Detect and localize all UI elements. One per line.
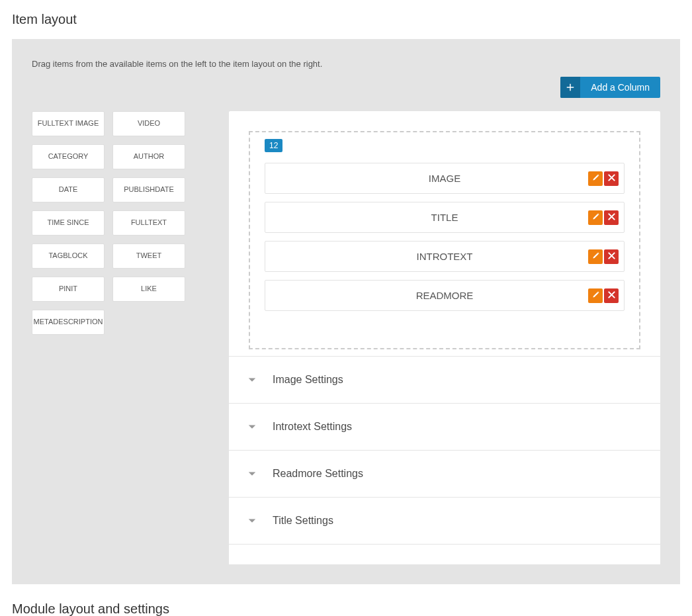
edit-button[interactable]: [588, 171, 603, 186]
placed-item-label: INTROTEXT: [417, 251, 473, 262]
placed-item[interactable]: IMAGE: [265, 163, 625, 194]
close-icon: [608, 290, 615, 300]
available-item[interactable]: TAGBLOCK: [32, 243, 105, 269]
plus-icon: [560, 77, 580, 98]
delete-button[interactable]: [604, 171, 619, 186]
available-item[interactable]: METADESCRIPTION: [32, 310, 105, 335]
accordion-title: Readmore Settings: [273, 468, 363, 480]
accordion-title: Title Settings: [273, 515, 333, 527]
edit-button[interactable]: [588, 210, 603, 225]
available-item[interactable]: TIME SINCE: [32, 210, 105, 236]
drop-zone[interactable]: 12 IMAGETITLEINTROTEXTREADMORE: [249, 131, 640, 349]
pencil-icon: [592, 212, 599, 222]
accordion-header[interactable]: Image Settings: [229, 357, 660, 404]
available-item[interactable]: VIDEO: [112, 111, 185, 136]
edit-button[interactable]: [588, 249, 603, 264]
edit-button[interactable]: [588, 288, 603, 303]
close-icon: [608, 212, 615, 222]
available-item[interactable]: FULLTEXT IMAGE: [32, 111, 105, 136]
available-item[interactable]: TWEET: [112, 243, 185, 269]
available-item[interactable]: CATEGORY: [32, 144, 105, 169]
pencil-icon: [592, 251, 599, 261]
close-icon: [608, 173, 615, 183]
available-item[interactable]: PINIT: [32, 277, 105, 302]
pencil-icon: [592, 290, 599, 300]
section-title: Item layout: [12, 12, 680, 27]
chevron-down-icon: [247, 375, 257, 384]
add-column-button[interactable]: Add a Column: [560, 77, 660, 98]
next-section-title: Module layout and settings: [12, 601, 680, 616]
available-item[interactable]: AUTHOR: [112, 144, 185, 169]
panel-description: Drag items from the available items on t…: [32, 59, 660, 69]
chevron-down-icon: [247, 516, 257, 525]
available-items-list: FULLTEXT IMAGEVIDEOCATEGORYAUTHORDATEPUB…: [32, 111, 210, 564]
add-column-label: Add a Column: [580, 77, 660, 98]
accordion-header[interactable]: Readmore Settings: [229, 451, 660, 498]
placed-item-label: TITLE: [431, 212, 458, 223]
close-icon: [608, 251, 615, 261]
available-item[interactable]: DATE: [32, 177, 105, 202]
placed-item-label: IMAGE: [429, 173, 460, 184]
placed-item-label: READMORE: [416, 290, 474, 301]
layout-editor: 12 IMAGETITLEINTROTEXTREADMORE Image Set…: [229, 111, 660, 564]
chevron-down-icon: [247, 422, 257, 431]
available-item[interactable]: LIKE: [112, 277, 185, 302]
item-layout-panel: Drag items from the available items on t…: [12, 39, 680, 584]
accordion-header[interactable]: Title Settings: [229, 498, 660, 545]
chevron-down-icon: [247, 469, 257, 478]
placed-item[interactable]: TITLE: [265, 202, 625, 233]
delete-button[interactable]: [604, 249, 619, 264]
column-width-badge: 12: [265, 139, 282, 152]
available-item[interactable]: PUBLISHDATE: [112, 177, 185, 202]
placed-item[interactable]: READMORE: [265, 280, 625, 311]
delete-button[interactable]: [604, 288, 619, 303]
accordion-header[interactable]: Introtext Settings: [229, 404, 660, 451]
placed-item[interactable]: INTROTEXT: [265, 241, 625, 272]
accordion-title: Image Settings: [273, 374, 343, 386]
delete-button[interactable]: [604, 210, 619, 225]
pencil-icon: [592, 173, 599, 183]
available-item[interactable]: FULLTEXT: [112, 210, 185, 236]
accordion-title: Introtext Settings: [273, 421, 352, 433]
